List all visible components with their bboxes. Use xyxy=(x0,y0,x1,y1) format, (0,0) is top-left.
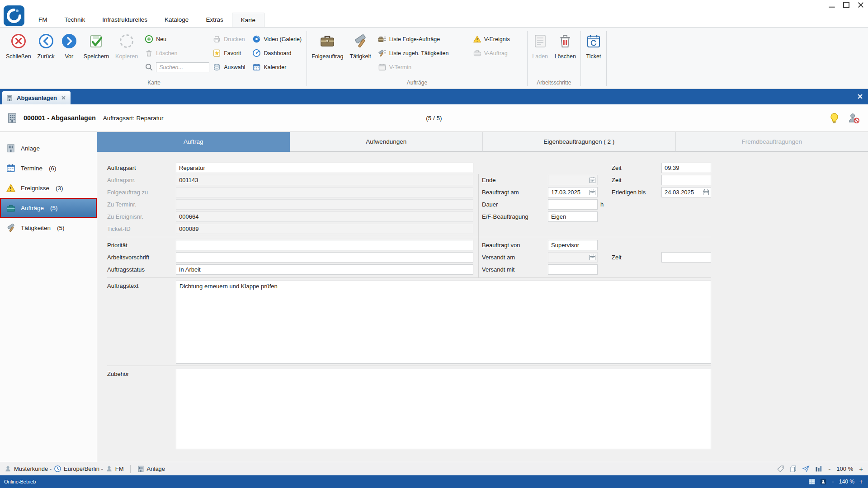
ende-field[interactable] xyxy=(548,175,598,185)
tab-close-icon[interactable] xyxy=(61,95,66,101)
sidebar-item-count: (6) xyxy=(49,165,57,172)
tag-icon[interactable] xyxy=(777,465,784,473)
calendar-picker-icon[interactable] xyxy=(703,189,709,196)
prioritaet-field[interactable] xyxy=(176,240,473,250)
menu-tab-infrastrukturelles[interactable]: Infrastrukturelles xyxy=(94,13,156,27)
vor-button[interactable]: Vor xyxy=(58,28,80,76)
client-name: Musterkunde - xyxy=(14,465,52,472)
maximize-icon[interactable] xyxy=(843,2,850,8)
auswahl-label: Auswahl xyxy=(224,64,245,70)
drucken-button[interactable]: Drucken xyxy=(209,32,249,46)
arbeitsschritt-loeschen-button[interactable]: Löschen xyxy=(552,28,579,76)
document-tab-abgasanlagen[interactable]: Abgasanlagen xyxy=(2,91,71,104)
home-tile-icon[interactable] xyxy=(820,478,827,485)
beauftragt-am-field[interactable]: 17.03.2025 xyxy=(548,187,598,197)
person-blocked-icon[interactable] xyxy=(848,112,860,124)
calendar-picker-icon[interactable] xyxy=(589,189,596,196)
zeit-field[interactable]: 09:39 xyxy=(661,163,711,173)
ticket-icon xyxy=(585,33,602,49)
auftragsstatus-field[interactable]: In Arbeit xyxy=(176,264,473,275)
separator xyxy=(527,31,528,86)
person-icon xyxy=(4,465,12,473)
folgeauftrag-button[interactable]: Folgeauftrag xyxy=(308,28,346,76)
zoom-in-button[interactable]: + xyxy=(858,465,864,472)
lightbulb-icon[interactable] xyxy=(828,112,840,124)
record-counter: (5 / 5) xyxy=(0,115,868,122)
auswahl-button[interactable]: Auswahl xyxy=(209,60,249,74)
liste-folge-auftraege-button[interactable]: Liste Folge-Aufträge xyxy=(374,32,469,46)
close-all-tabs-icon[interactable] xyxy=(857,93,863,100)
versandt-am-field[interactable] xyxy=(548,252,598,263)
menu-tab-technik[interactable]: Technik xyxy=(56,13,94,27)
ef-beauftragung-field[interactable]: Eigen xyxy=(548,211,598,222)
auftragsart-field[interactable]: Reparatur xyxy=(176,163,473,173)
auftragstext-textarea[interactable]: Dichtung erneuern und Klappe prüfen xyxy=(176,281,711,364)
kopieren-button[interactable]: Kopieren xyxy=(112,28,141,76)
liste-taetigkeiten-label: Liste zugeh. Tätigkeiten xyxy=(389,50,449,56)
schliessen-button[interactable]: Schließen xyxy=(3,28,34,76)
sidebar-item-anlage[interactable]: Anlage xyxy=(0,138,97,158)
tab-fremdbeauftragungen[interactable]: Fremdbeauftragungen xyxy=(676,132,868,152)
zeit-field[interactable] xyxy=(661,252,711,263)
menu-tab-kataloge[interactable]: Kataloge xyxy=(156,13,197,27)
beauftragt-von-field[interactable]: Supervisor xyxy=(548,240,598,250)
sidebar-item-auftraege[interactable]: Aufträge (5) xyxy=(0,198,97,218)
sidebar-item-ereignisse[interactable]: Ereignisse (3) xyxy=(0,178,97,198)
arbeitsvorschrift-field[interactable] xyxy=(176,252,473,263)
favorit-button[interactable]: Favorit xyxy=(209,46,249,60)
kalender-button[interactable]: Kalender xyxy=(249,60,305,74)
zu-terminr-label: Zu Terminr. xyxy=(107,201,176,208)
content-tabs: Auftrag Aufwendungen Eigenbeauftragungen… xyxy=(97,132,868,152)
folgeauftrag-zu-field[interactable] xyxy=(176,187,473,197)
menu-tab-extras[interactable]: Extras xyxy=(197,13,231,27)
zoom-out-button[interactable]: - xyxy=(827,465,831,472)
zoom-out-button[interactable]: - xyxy=(831,479,835,485)
zu-ereignisnr-field[interactable]: 000664 xyxy=(176,211,473,222)
dauer-field[interactable] xyxy=(548,199,598,210)
search-input[interactable] xyxy=(156,62,209,72)
send-plane-icon[interactable] xyxy=(802,465,810,473)
separator xyxy=(107,277,711,278)
v-termin-button[interactable]: V-Termin xyxy=(374,60,469,74)
taetigkeit-button[interactable]: Tätigkeit xyxy=(346,28,374,76)
sidebar-item-termine[interactable]: Termine (6) xyxy=(0,158,97,178)
v-auftrag-button[interactable]: V-Auftrag xyxy=(469,46,526,60)
neu-label: Neu xyxy=(156,36,166,42)
v-ereignis-button[interactable]: V-Ereignis xyxy=(469,32,526,46)
zubehoer-textarea[interactable] xyxy=(176,369,711,449)
minimize-icon[interactable] xyxy=(828,2,835,8)
menu-tab-karte[interactable]: Karte xyxy=(232,13,264,27)
liste-taetigkeiten-button[interactable]: Liste zugeh. Tätigkeiten xyxy=(374,46,469,60)
ticket-id-field[interactable]: 000089 xyxy=(176,224,473,234)
auftragsnr-field[interactable]: 001143 xyxy=(176,175,473,185)
versandt-mit-field[interactable] xyxy=(548,264,598,275)
zurueck-button[interactable]: Zurück xyxy=(34,28,58,76)
tab-aufwendungen[interactable]: Aufwendungen xyxy=(290,132,483,152)
erledigen-bis-field[interactable]: 24.03.2025 xyxy=(661,187,711,197)
beauftragt-von-label: Beauftragt von xyxy=(482,242,548,249)
zeit-field[interactable] xyxy=(661,175,711,185)
dashboard-label: Dashboard xyxy=(264,50,291,56)
calendar-picker-icon[interactable] xyxy=(589,177,596,183)
loeschen-button[interactable]: Löschen xyxy=(141,46,209,60)
ticket-button[interactable]: Ticket xyxy=(582,28,605,76)
sidebar-item-taetigkeiten[interactable]: Tätigkeiten (5) xyxy=(0,218,97,238)
menu-tab-fm[interactable]: FM xyxy=(30,13,56,27)
speichern-button[interactable]: Speichern xyxy=(80,28,112,76)
zoom-in-button[interactable]: + xyxy=(859,479,864,485)
laden-button[interactable]: Laden xyxy=(529,28,552,76)
table-grid-icon[interactable] xyxy=(808,478,816,485)
tab-eigenbeauftragungen[interactable]: Eigenbeauftragungen ( 2 ) xyxy=(483,132,676,152)
video-galerie-button[interactable]: Video (Galerie) xyxy=(249,32,305,46)
dashboard-button[interactable]: Dashboard xyxy=(249,46,305,60)
tab-auftrag[interactable]: Auftrag xyxy=(97,132,290,152)
building-icon xyxy=(6,94,13,102)
ticket-id-label: Ticket-ID xyxy=(107,225,176,232)
database-icon xyxy=(212,63,221,71)
pages-icon[interactable] xyxy=(789,465,797,473)
calendar-picker-icon[interactable] xyxy=(589,254,596,261)
neu-button[interactable]: Neu xyxy=(141,32,209,46)
zu-terminr-field[interactable] xyxy=(176,199,473,210)
city-bars-icon[interactable] xyxy=(815,465,822,473)
close-window-icon[interactable] xyxy=(857,2,864,8)
